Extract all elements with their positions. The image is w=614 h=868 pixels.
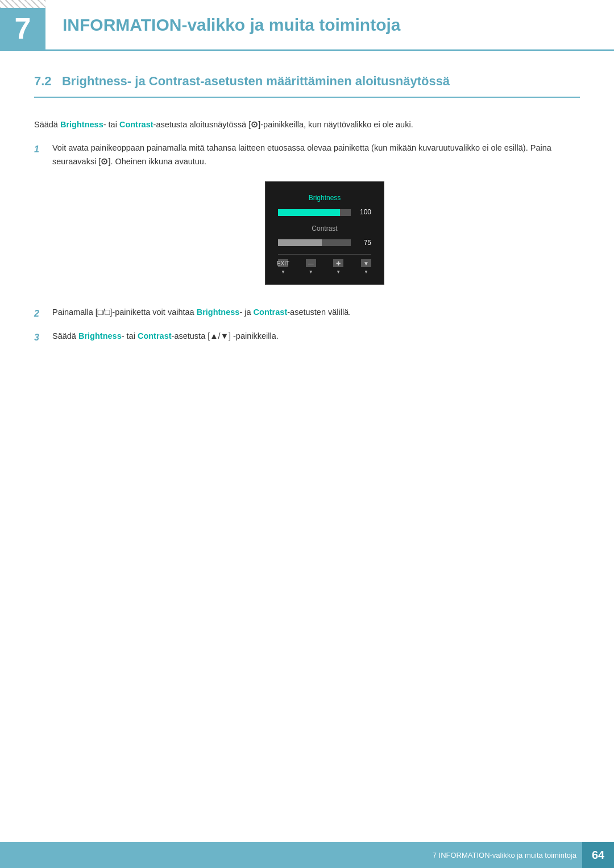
list-item-2: 2 Painamalla [□/□]-painiketta voit vaiht… [34, 305, 580, 321]
osd-contrast-fill [278, 239, 322, 246]
footer-page-number: 64 [582, 842, 614, 868]
section-heading: 7.2 Brightness- ja Contrast-asetusten mä… [34, 74, 580, 98]
plus-icon: ✚ [333, 259, 343, 267]
list-item-3: 3 Säädä Brightness- tai Contrast-asetust… [34, 329, 580, 345]
chapter-title-block: INFORMATION-valikko ja muita toimintoja [45, 0, 614, 51]
osd-contrast-bar-row: 75 [278, 237, 371, 248]
osd-footer-exit: EXIT ▼ [278, 259, 288, 276]
list-number-3: 3 [34, 330, 44, 345]
list-content-1: Voit avata painikeoppaan painamalla mitä… [52, 141, 580, 297]
osd-contrast-bar-bg [278, 239, 351, 246]
osd-contrast-label: Contrast [278, 223, 371, 234]
intro-paragraph: Säädä Brightness- tai Contrast-asetusta … [34, 118, 580, 132]
osd-brightness-label: Brightness [278, 192, 371, 203]
minus-icon: — [306, 259, 316, 267]
list-content-3: Säädä Brightness- tai Contrast-asetusta … [52, 329, 580, 343]
osd-brightness-row: Brightness 100 [278, 192, 371, 218]
osd-brightness-bar-row: 100 [278, 206, 371, 218]
section-number: 7.2 Brightness- ja Contrast-asetusten mä… [34, 74, 580, 89]
list-number-2: 2 [34, 306, 44, 321]
page-content: 7.2 Brightness- ja Contrast-asetusten mä… [0, 74, 614, 398]
osd-brightness-fill [278, 209, 340, 216]
osd-contrast-value: 75 [355, 237, 371, 248]
list-content-2: Painamalla [□/□]-painiketta voit vaihtaa… [52, 305, 580, 319]
chapter-title: INFORMATION-valikko ja muita toimintoja [63, 15, 401, 35]
page-footer: 7 INFORMATION-valikko ja muita toimintoj… [0, 842, 614, 868]
exit-icon: EXIT [278, 259, 288, 267]
instruction-list: 1 Voit avata painikeoppaan painamalla mi… [34, 141, 580, 346]
chapter-number: 7 [15, 11, 31, 45]
confirm-icon: ▼ [361, 259, 371, 267]
list-number-1: 1 [34, 142, 44, 157]
chapter-header: 7 INFORMATION-valikko ja muita toimintoj… [0, 0, 614, 51]
osd-brightness-value: 100 [355, 206, 371, 218]
osd-footer-minus: — ▼ [306, 259, 316, 276]
osd-brightness-bar-bg [278, 209, 351, 216]
footer-text: 7 INFORMATION-valikko ja muita toimintoj… [433, 851, 582, 859]
osd-box: Brightness 100 Contrast [265, 181, 384, 285]
section-title: Brightness- ja Contrast-asetusten määrit… [62, 74, 450, 88]
osd-screenshot: Brightness 100 Contrast [69, 181, 580, 285]
osd-footer-plus: ✚ ▼ [333, 259, 343, 276]
osd-footer: EXIT ▼ — ▼ ✚ ▼ [278, 254, 371, 276]
list-item-1: 1 Voit avata painikeoppaan painamalla mi… [34, 141, 580, 297]
osd-contrast-row: Contrast 75 [278, 223, 371, 249]
chapter-number-block: 7 [0, 0, 45, 51]
osd-footer-confirm: ▼ ▼ [361, 259, 371, 276]
